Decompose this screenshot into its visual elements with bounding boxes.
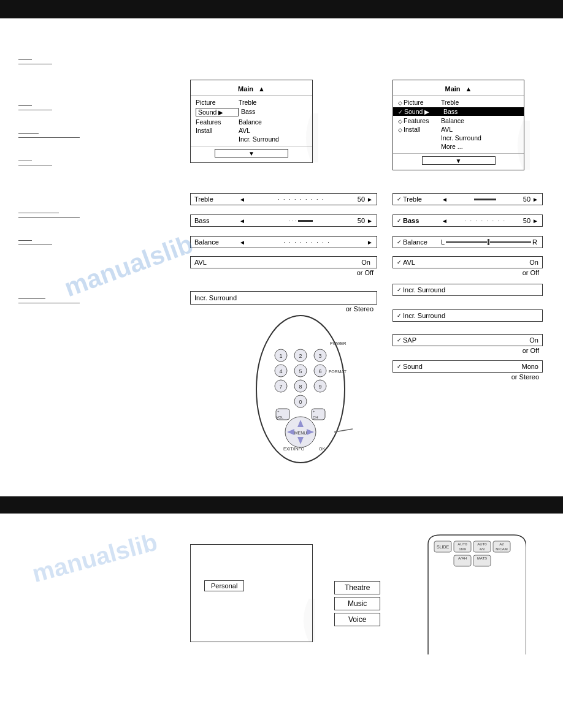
menu-title-right: Main ▲ [393,84,524,96]
treble-arrow-right-right: ► [532,196,538,203]
treble-control-left: Treble ◄ · · · · · · · · · 50 ► [190,193,377,205]
menu-item-empty2-right [398,143,441,150]
treble-slider-left: · · · · · · · · · [247,196,356,202]
music-button[interactable]: Music [334,597,380,610]
svg-text:3: 3 [318,353,321,359]
avl-label-left: AVL [194,259,361,266]
treble-value-right: 50 [523,195,530,203]
remote-svg-left: 1 2 3 POWER 4 5 6 FORMAT 7 8 9 0 [239,309,362,469]
remote-svg-right: SLIDE AUT0 16/9 AUT0 4/3 A2 NICAM A/AH M… [404,532,526,654]
avl-sub-left: or Off [190,268,377,277]
sound-row-right: ✓ Sound Mono [393,360,543,373]
treble-arrow-right: ► [367,196,373,203]
svg-text:CH: CH [313,415,318,419]
wave-deco-right [481,121,530,170]
menu-item-treble-right: Treble [441,99,519,106]
menu-title-right-text: Main [445,85,461,93]
watermark-bottom: manualslib [29,528,160,588]
bottom-section: Personal Theatre Music Voice SLIDE AUT0 [0,514,563,728]
bass-arrow-left: ◄ [239,218,245,224]
sap-row-right: ✓ SAP On [393,334,543,346]
voice-label: Voice [348,615,366,624]
svg-text:POWER: POWER [330,341,346,346]
music-label: Music [348,599,367,608]
svg-text:4: 4 [279,368,282,374]
svg-text:EXIT/INFO: EXIT/INFO [283,447,305,451]
sound-sub-text-right: or Stereo [511,373,539,381]
menu-item-sound-right: ✓Sound ▶ [398,108,441,115]
svg-text:AUT0: AUT0 [477,542,487,546]
balance-arrow-left: ◄ [239,239,245,246]
balance-control-right: ✓ Balance L R [393,236,543,248]
svg-text:16/9: 16/9 [459,547,466,551]
left-label-1: —— [18,55,52,64]
incr2-right: ✓ Incr. Surround [393,309,543,322]
avl-label-right: AVL [403,259,529,266]
incr1-label-right: Incr. Surround [403,286,445,294]
incr1-check-right: ✓ [397,287,402,293]
left-label-4: —— [18,156,52,165]
avl-row-right: ✓ AVL On [393,256,543,268]
treble-label-right: Treble [403,195,440,203]
svg-text:9: 9 [318,384,321,390]
bass-control-right: ✓ Bass ◄ · · · · · · · · 50 ► [393,214,543,227]
avl-check-right: ✓ [397,259,402,265]
personal-label: Personal [204,580,244,591]
menu-item-sound-left: Sound ▶ [196,108,239,116]
svg-text:7: 7 [279,384,282,390]
menu-up-arrow-left: ▲ [258,85,265,93]
remote-control-left: 1 2 3 POWER 4 5 6 FORMAT 7 8 9 0 [239,309,386,487]
menu-row-sound-right: ✓Sound ▶ Bass [393,107,524,116]
svg-text:6: 6 [318,368,321,374]
personal-text: Personal [211,582,237,590]
balance-control-left: Balance ◄ · · · · · · · · · ► [190,236,377,248]
svg-text:NICAM: NICAM [496,547,507,551]
avl-block-left: AVL On or Off [190,256,377,277]
avl-block-right: ✓ AVL On or Off [393,256,543,277]
bass-check-right: ✓ [397,218,402,224]
balance-check-right: ✓ [397,239,402,245]
balance-slider-left: · · · · · · · · · [247,239,367,245]
personal-wave [272,599,315,642]
menu-item-treble-left: Treble [239,99,307,106]
top-section: —— —— ——— —— —————— —— ———— Main ▲ Pictu… [0,18,563,496]
section-bar-bottom [0,496,563,514]
treble-control-right: ✓ Treble ◄ 50 ► [393,193,543,205]
menu-row-picture-left: Picture Treble [191,98,312,107]
menu-box-right: Main ▲ ◇Picture Treble ✓Sound ▶ Bass ◇Fe… [393,80,524,170]
svg-text:SLIDE: SLIDE [437,545,450,549]
avl-value-left: On [361,259,370,266]
avl-sub-right: or Off [393,268,543,277]
svg-text:AUT0: AUT0 [458,542,467,546]
bass-arrow-right: ► [367,218,373,224]
balance-lr-left: L [441,238,445,246]
svg-text:MATS: MATS [477,556,487,560]
theatre-button[interactable]: Theatre [334,581,380,594]
sound-label-right: Sound [403,363,521,370]
remote2-area: SLIDE AUT0 16/9 AUT0 4/3 A2 NICAM A/AH M… [404,532,526,654]
svg-text:A2: A2 [499,542,504,546]
personal-box: Personal [190,544,313,642]
treble-slider-right [450,199,521,200]
left-labels-group: —— —— ——— —— —————— —— ———— [18,55,117,308]
bass-slider-right: · · · · · · · · [450,218,521,224]
avl-value-right: On [529,259,538,266]
sap-value-right: On [529,336,538,344]
incr2-label-right: Incr. Surround [403,312,445,319]
incr1-right: ✓ Incr. Surround [393,284,543,296]
incr2-check-right: ✓ [397,313,402,319]
sap-check-right: ✓ [397,337,402,343]
left-label-3: ——— [18,129,80,138]
bass-arrow-left-right: ◄ [442,218,448,224]
sound-block-right: ✓ Sound Mono or Stereo [393,360,543,381]
wave-deco-left [269,113,318,162]
menu-item-install-right: ◇Install [398,126,441,133]
menu-down-arrow-left: ▼ [248,150,255,157]
voice-button[interactable]: Voice [334,613,380,626]
menu-title-left: Main ▲ [191,84,312,96]
menu-row-picture-right: ◇Picture Treble [393,98,524,107]
balance-slider-lr [446,239,531,245]
incr-label-left: Incr. Surround [194,294,237,301]
option-buttons-group: Theatre Music Voice [334,581,380,626]
incr-row-left: Incr. Surround [190,291,377,305]
